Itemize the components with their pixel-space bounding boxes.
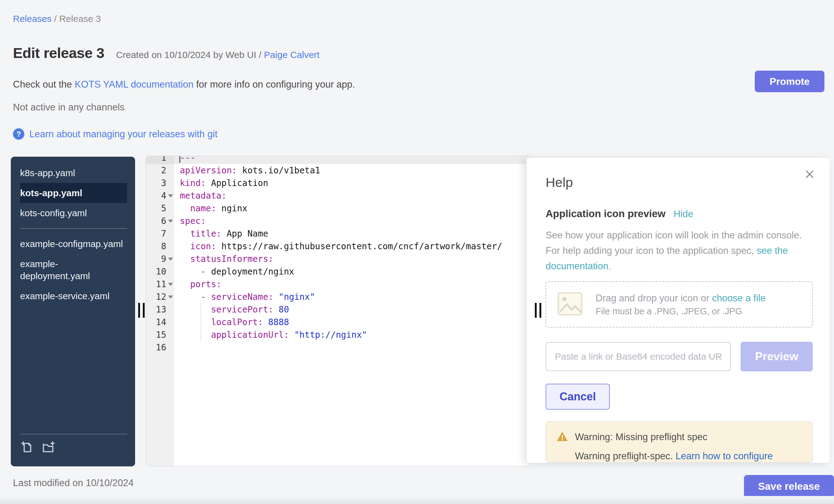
code-line-15: applicationUrl: "http://nginx" (174, 328, 530, 341)
kots-yaml-docs-link[interactable]: KOTS YAML documentation (75, 79, 193, 90)
new-file-icon[interactable] (20, 440, 34, 455)
line-number: 1 (146, 156, 174, 164)
help-body-text: See how your application icon will look … (546, 228, 817, 274)
learn-how-to-configure-link[interactable]: Learn how to configure (676, 451, 773, 461)
file-tree-divider (20, 228, 127, 228)
file-tree-item-example-configmap-yaml[interactable]: example-configmap.yaml (20, 234, 127, 254)
file-tree-item-example-service-yaml[interactable]: example-service.yaml (20, 286, 127, 306)
question-icon: ? (13, 128, 24, 140)
file-tree-item-example-deployment-yaml[interactable]: example-deployment.yaml (20, 254, 127, 286)
code-line-4: metadata: (174, 190, 530, 202)
line-number: 14 (146, 316, 174, 328)
editor-gutter: 12345678910111213141516 (146, 156, 174, 466)
docs-prefix: Check out the (13, 79, 75, 90)
code-line-1: --- (174, 156, 530, 164)
code-line-6: spec: (174, 215, 530, 227)
warning-line2-text: Warning preflight-spec. (575, 451, 676, 461)
line-number: 2 (146, 164, 174, 177)
line-number: 13 (146, 303, 174, 316)
line-number: 8 (146, 240, 174, 253)
icon-url-input[interactable] (546, 342, 731, 371)
fold-arrow-icon[interactable] (168, 220, 173, 223)
file-tree-item-kots-config-yaml[interactable]: kots-config.yaml (20, 203, 127, 223)
line-number: 6 (146, 215, 174, 227)
help-panel: Help Application icon preview Hide See h… (526, 157, 830, 463)
line-number: 7 (146, 227, 174, 240)
author-link[interactable]: Paige Calvert (264, 50, 320, 60)
dropzone-text: Drag and drop your icon or (596, 293, 712, 304)
line-number: 15 (146, 328, 174, 341)
dropzone-hint: File must be a .PNG, .JPEG, or .JPG (596, 306, 766, 316)
image-placeholder-icon (557, 290, 583, 318)
line-number: 10 (146, 265, 174, 278)
file-tree-item-k8s-app-yaml[interactable]: k8s-app.yaml (20, 163, 127, 183)
hide-link[interactable]: Hide (674, 209, 693, 220)
file-tree-panel: k8s-app.yamlkots-app.yamlkots-config.yam… (11, 157, 135, 466)
line-number: 9 (146, 253, 174, 265)
line-number: 5 (146, 202, 174, 215)
indent-guide (200, 328, 201, 341)
promote-button[interactable]: Promote (755, 71, 825, 92)
editor-code-area[interactable]: ---apiVersion: kots.io/v1beta1kind: Appl… (174, 156, 530, 466)
cancel-button[interactable]: Cancel (546, 384, 610, 410)
preflight-warning-box: Warning: Missing preflight spec Warning … (546, 421, 813, 463)
code-line-10: - deployment/nginx (174, 265, 530, 278)
created-text: Created on 10/10/2024 by Web UI / (116, 50, 264, 60)
code-line-3: kind: Application (174, 177, 530, 190)
preview-button[interactable]: Preview (741, 342, 813, 371)
code-line-8: icon: https://raw.githubusercontent.com/… (174, 240, 530, 253)
breadcrumb-current: / Release 3 (51, 14, 101, 24)
icon-preview-section-title: Application icon preview (546, 208, 665, 220)
help-title: Help (546, 175, 813, 190)
docs-line: Check out the KOTS YAML documentation fo… (13, 79, 355, 90)
new-folder-icon[interactable] (42, 440, 56, 455)
line-number: 12 (146, 290, 174, 303)
panel-resize-handle-left[interactable] (137, 303, 148, 318)
warning-text: Warning: Missing preflight spec (575, 432, 707, 443)
icon-dropzone[interactable]: Drag and drop your icon or choose a file… (546, 281, 813, 328)
fold-arrow-icon[interactable] (168, 194, 173, 197)
code-line-9: statusInformers: (174, 253, 530, 265)
warning-icon (556, 431, 568, 443)
line-number: 3 (146, 177, 174, 190)
file-tree-item-kots-app-yaml[interactable]: kots-app.yaml (20, 183, 127, 203)
line-number: 4 (146, 190, 174, 202)
choose-file-link[interactable]: choose a file (712, 293, 766, 304)
indent-guide (200, 303, 201, 316)
line-number: 11 (146, 278, 174, 290)
file-tree-items: k8s-app.yamlkots-app.yamlkots-config.yam… (20, 163, 127, 306)
docs-suffix: for more info on configuring your app. (193, 79, 355, 90)
line-number: 16 (146, 341, 174, 354)
code-line-7: title: App Name (174, 227, 530, 240)
code-line-14: localPort: 8888 (174, 316, 530, 328)
git-help-row: ? Learn about managing your releases wit… (13, 128, 217, 140)
code-line-2: apiVersion: kots.io/v1beta1 (174, 164, 530, 177)
code-line-16 (174, 341, 530, 354)
breadcrumb: Releases / Release 3 (13, 14, 101, 24)
yaml-editor[interactable]: 12345678910111213141516 ---apiVersion: k… (146, 156, 530, 466)
file-tree-footer (20, 434, 127, 455)
fold-arrow-icon[interactable] (168, 295, 173, 299)
code-line-12: - serviceName: "nginx" (174, 290, 530, 303)
page-title: Edit release 3 (13, 44, 104, 61)
code-line-13: servicePort: 80 (174, 303, 530, 316)
bottom-fade (0, 496, 834, 504)
code-line-11: ports: (174, 278, 530, 290)
git-releases-link[interactable]: Learn about managing your releases with … (29, 129, 217, 140)
panel-resize-handle-right[interactable] (533, 303, 544, 318)
indent-guide (200, 316, 201, 328)
text-cursor (179, 156, 180, 163)
help-body-suffix: . (608, 261, 611, 271)
fold-arrow-icon[interactable] (168, 258, 173, 261)
save-release-button[interactable]: Save release (744, 475, 834, 498)
last-modified-text: Last modified on 10/10/2024 (13, 478, 134, 488)
code-line-5: name: nginx (174, 202, 530, 215)
channel-status-text: Not active in any channels (13, 102, 125, 113)
created-line: Created on 10/10/2024 by Web UI / Paige … (116, 50, 320, 60)
title-row: Edit release 3 Created on 10/10/2024 by … (13, 44, 320, 61)
close-icon[interactable] (804, 168, 816, 182)
fold-arrow-icon[interactable] (168, 283, 173, 286)
breadcrumb-releases-link[interactable]: Releases (13, 14, 51, 24)
